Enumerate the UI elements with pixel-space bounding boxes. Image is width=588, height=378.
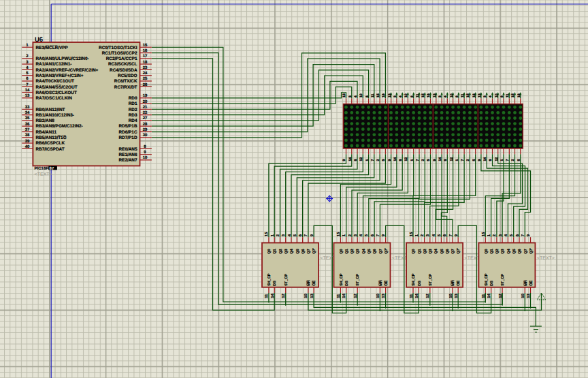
svg-text:SH_CP: SH_CP (267, 273, 272, 286)
svg-text:7: 7 (371, 159, 375, 161)
svg-text:2: 2 (493, 234, 497, 236)
svg-text:Q3: Q3 (429, 249, 433, 253)
svg-text:PIC16F8: PIC16F8 (35, 166, 51, 171)
svg-text:9: 9 (343, 159, 347, 161)
svg-text:15: 15 (466, 93, 470, 97)
svg-text:RB5/AN13/T̅1̅G̅: RB5/AN13/T̅1̅G̅ (36, 135, 67, 140)
svg-text:7: 7 (506, 159, 510, 161)
svg-text:9: 9 (388, 159, 392, 161)
svg-text:4: 4 (354, 95, 358, 97)
svg-text:Q7: Q7 (524, 249, 528, 253)
svg-text:1: 1 (410, 159, 414, 161)
svg-text:Q7: Q7 (451, 249, 455, 253)
svg-text:13: 13 (454, 294, 459, 298)
svg-text:20: 20 (143, 99, 148, 104)
svg-text:33: 33 (25, 105, 30, 110)
svg-text:RD0: RD0 (129, 96, 137, 101)
svg-text:15: 15 (482, 232, 486, 236)
svg-text:3: 3 (438, 95, 442, 97)
svg-text:Q6: Q6 (301, 249, 306, 253)
svg-text:29: 29 (143, 127, 148, 132)
svg-text:13: 13 (310, 294, 314, 298)
svg-text:10: 10 (450, 93, 454, 97)
svg-text:36: 36 (25, 122, 30, 127)
svg-text:24: 24 (143, 71, 148, 76)
svg-text:Q1: Q1 (274, 249, 278, 253)
svg-text:15: 15 (421, 93, 425, 97)
svg-text:Q4: Q4 (434, 249, 438, 254)
svg-text:23: 23 (143, 65, 148, 70)
svg-text:Q0: Q0 (267, 249, 272, 253)
svg-text:RA4/T0CKI/C1OUT: RA4/T0CKI/C1OUT (36, 79, 75, 84)
svg-text:Q5: Q5 (512, 249, 517, 253)
svg-text:2: 2 (276, 234, 280, 236)
svg-text:Q7': Q7' (529, 247, 534, 253)
svg-text:Q5: Q5 (368, 249, 372, 253)
svg-text:RE3/M̅C̅L̅R̅/VPP: RE3/M̅C̅L̅R̅/VPP (36, 45, 69, 50)
svg-text:5: 5 (382, 159, 386, 161)
svg-text:11: 11 (371, 94, 375, 98)
svg-text:Q7: Q7 (307, 249, 311, 253)
svg-text:34: 34 (25, 110, 30, 115)
svg-text:Q7': Q7' (312, 247, 316, 253)
svg-text:Q2: Q2 (495, 249, 500, 253)
svg-text:7: 7 (521, 234, 525, 236)
svg-text:6: 6 (500, 95, 504, 97)
svg-text:RC0/T1OSO/T1CKI: RC0/T1OSO/T1CKI (99, 46, 137, 50)
svg-text:10: 10 (304, 294, 309, 298)
svg-text:Q4: Q4 (507, 249, 511, 254)
svg-text:2: 2 (421, 159, 425, 161)
svg-text:Q1: Q1 (345, 249, 349, 253)
svg-text:5: 5 (427, 159, 431, 161)
svg-text:6: 6 (455, 95, 459, 97)
svg-text:2: 2 (348, 234, 353, 236)
svg-text:14: 14 (483, 157, 487, 161)
svg-text:25: 25 (143, 76, 148, 81)
svg-text:3: 3 (393, 95, 397, 97)
svg-text:15: 15 (337, 232, 341, 236)
svg-text:Q0: Q0 (485, 249, 489, 253)
svg-text:RB3/AN9/PGM/C12IN2-: RB3/AN9/PGM/C12IN2- (36, 124, 83, 129)
svg-text:13: 13 (433, 93, 437, 97)
svg-text:15: 15 (376, 93, 380, 97)
svg-text:3: 3 (348, 95, 353, 97)
svg-text:7: 7 (449, 234, 453, 236)
svg-text:U6: U6 (35, 36, 43, 44)
svg-text:RC3/SCK/SCL: RC3/SCK/SCL (108, 62, 137, 67)
svg-text:27: 27 (143, 116, 148, 121)
svg-text:11: 11 (337, 294, 341, 298)
svg-text:16: 16 (427, 93, 431, 97)
svg-text:12: 12 (450, 157, 454, 161)
svg-text:13: 13 (478, 93, 482, 97)
svg-text:Q6: Q6 (446, 249, 450, 253)
svg-text:DS: DS (490, 281, 494, 286)
svg-text:Q1: Q1 (418, 249, 422, 253)
svg-text:1: 1 (365, 159, 370, 161)
svg-text:13: 13 (526, 294, 531, 298)
svg-text:DS: DS (274, 281, 278, 286)
svg-text:7: 7 (376, 234, 380, 236)
svg-text:14: 14 (415, 294, 419, 298)
svg-text:12: 12 (404, 157, 408, 161)
svg-text:11: 11 (482, 294, 486, 298)
svg-text:1: 1 (500, 159, 504, 161)
svg-text:10: 10 (495, 93, 499, 97)
svg-text:13: 13 (25, 93, 30, 98)
svg-text:RA2/AN2/VREF-/CVREF/C2IN+: RA2/AN2/VREF-/CVREF/C2IN+ (36, 68, 99, 73)
svg-text:12: 12 (281, 294, 286, 298)
svg-text:SH_CP: SH_CP (340, 273, 344, 286)
svg-text:14: 14 (348, 157, 353, 161)
svg-text:SH_CP: SH_CP (412, 273, 416, 286)
svg-text:2: 2 (512, 159, 516, 161)
svg-text:RD6/P1C: RD6/P1C (119, 130, 137, 135)
svg-text:DS: DS (418, 281, 422, 286)
svg-text:RB1/AN10/C12IN3-: RB1/AN10/C12IN3- (36, 113, 74, 118)
svg-text:Q5: Q5 (440, 249, 444, 253)
svg-text:15: 15 (410, 232, 414, 236)
svg-text:RB0/AN12/INT: RB0/AN12/INT (36, 108, 65, 112)
svg-text:RD5/P1B: RD5/P1B (119, 124, 137, 129)
svg-text:37: 37 (25, 127, 30, 132)
svg-text:2: 2 (420, 234, 425, 236)
svg-text:RC1/T1OSI/CCP2: RC1/T1OSI/CCP2 (102, 51, 137, 56)
svg-text:10: 10 (359, 93, 363, 97)
